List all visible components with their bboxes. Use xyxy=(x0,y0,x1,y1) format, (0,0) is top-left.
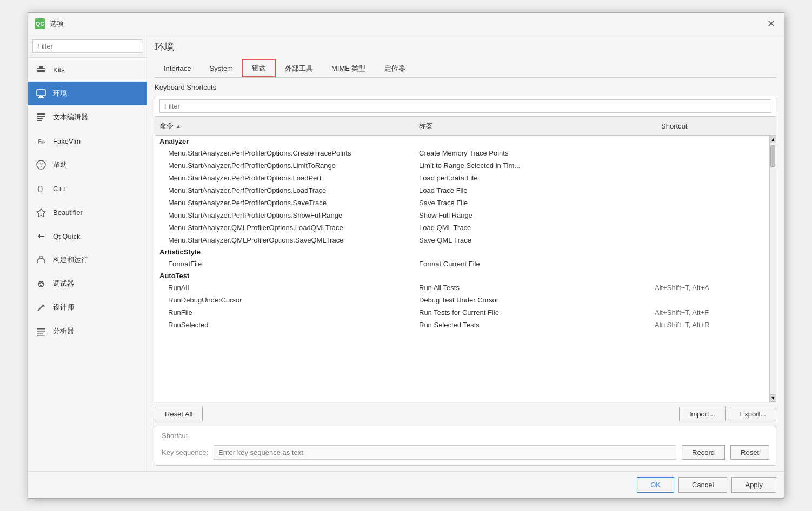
sidebar: Kits环境文本编辑器FakeFakeVim?帮助{}C++Beautifier… xyxy=(28,35,147,471)
table-row[interactable]: RunFileRun Tests for Current FileAlt+Shi… xyxy=(155,306,769,319)
cmd-cell: RunAll xyxy=(155,283,415,293)
key-sequence-label: Key sequence: xyxy=(162,448,208,456)
sidebar-item-environment[interactable]: 环境 xyxy=(28,82,147,105)
tab-keyboard[interactable]: 键盘 xyxy=(242,59,276,77)
tag-cell: Load Trace File xyxy=(415,185,650,196)
beautifier-icon xyxy=(35,206,48,219)
tab-interface[interactable]: Interface xyxy=(155,59,201,77)
table-row[interactable]: RunAllRun All TestsAlt+Shift+T, Alt+A xyxy=(155,281,769,294)
table-row[interactable]: Menu.StartAnalyzer.PerfProfilerOptions.S… xyxy=(155,209,769,221)
shortcuts-list: AnalyzerMenu.StartAnalyzer.PerfProfilerO… xyxy=(155,136,769,402)
scroll-up-button[interactable]: ▲ xyxy=(770,136,776,143)
sidebar-item-label-qt-quick: Qt Quick xyxy=(53,232,81,240)
tab-external-tools[interactable]: 外部工具 xyxy=(276,59,322,77)
analyzer-icon xyxy=(35,325,48,338)
tag-cell: Debug Test Under Cursor xyxy=(415,295,650,305)
sidebar-item-label-designer: 设计师 xyxy=(53,302,74,312)
sidebar-item-label-text-editor: 文本编辑器 xyxy=(53,112,88,122)
qt-quick-icon xyxy=(35,230,48,243)
table-row[interactable]: FormatFileFormat Current File xyxy=(155,258,769,270)
shortcut-cell xyxy=(650,227,769,229)
title-bar: QC 选项 ✕ xyxy=(28,13,784,35)
build-run-icon xyxy=(35,253,48,266)
shortcut-cell xyxy=(650,152,769,154)
col-command[interactable]: 命令 ▲ xyxy=(155,119,415,133)
import-button[interactable]: Import... xyxy=(679,407,726,421)
tag-cell: Run Selected Tests xyxy=(415,320,650,330)
sidebar-item-kits[interactable]: Kits xyxy=(28,58,147,82)
export-button[interactable]: Export... xyxy=(730,407,776,421)
cancel-button[interactable]: Cancel xyxy=(678,477,727,493)
shortcuts-scrollbar: ▲ ▼ xyxy=(769,136,776,402)
table-row[interactable]: RunSelectedRun Selected TestsAlt+Shift+T… xyxy=(155,319,769,331)
shortcuts-filter-area xyxy=(155,96,776,117)
scroll-down-button[interactable]: ▼ xyxy=(770,394,776,402)
section-label: Keyboard Shortcuts xyxy=(155,83,776,91)
svg-rect-6 xyxy=(37,113,45,115)
table-row[interactable]: Menu.StartAnalyzer.PerfProfilerOptions.L… xyxy=(155,184,769,197)
main-content: 环境 InterfaceSystem键盘外部工具MIME 类型定位器 Keybo… xyxy=(147,35,784,471)
table-row[interactable]: RunDebugUnderCursorDebug Test Under Curs… xyxy=(155,294,769,306)
close-button[interactable]: ✕ xyxy=(764,17,777,30)
svg-marker-16 xyxy=(38,234,44,238)
sidebar-item-cpp[interactable]: {}C++ xyxy=(28,177,147,200)
col-tag[interactable]: 标签 xyxy=(415,119,657,133)
shortcuts-area: 命令 ▲ 标签 Shortcut AnalyzerMenu.StartAnaly… xyxy=(155,96,776,402)
ok-button[interactable]: OK xyxy=(637,477,674,493)
shortcut-section-title: Shortcut xyxy=(162,432,769,440)
shortcuts-filter-input[interactable] xyxy=(159,99,771,113)
shortcut-cell xyxy=(650,299,769,301)
reset-shortcut-button[interactable]: Reset xyxy=(730,445,769,460)
table-row[interactable]: Menu.StartAnalyzer.PerfProfilerOptions.C… xyxy=(155,147,769,159)
record-button[interactable]: Record xyxy=(682,445,725,460)
table-row[interactable]: Menu.StartAnalyzer.PerfProfilerOptions.L… xyxy=(155,159,769,172)
sidebar-item-fakevim[interactable]: FakeFakeVim xyxy=(28,129,147,153)
group-header-artisticstyle: ArtisticStyle xyxy=(155,246,769,258)
table-row[interactable]: Menu.StartAnalyzer.QMLProfilerOptions.Lo… xyxy=(155,221,769,234)
tab-system[interactable]: System xyxy=(201,59,242,77)
svg-rect-4 xyxy=(39,96,43,97)
svg-text:?: ? xyxy=(40,161,43,169)
sidebar-item-qt-quick[interactable]: Qt Quick xyxy=(28,224,147,248)
key-sequence-input[interactable] xyxy=(214,445,676,460)
table-row[interactable]: Menu.StartAnalyzer.PerfProfilerOptions.S… xyxy=(155,197,769,209)
tab-locator[interactable]: 定位器 xyxy=(375,59,415,77)
shortcuts-list-wrapper: AnalyzerMenu.StartAnalyzer.PerfProfilerO… xyxy=(155,136,776,402)
tab-mime[interactable]: MIME 类型 xyxy=(322,59,375,77)
tag-cell: Run Tests for Current File xyxy=(415,307,650,318)
sidebar-item-help[interactable]: ?帮助 xyxy=(28,153,147,177)
sidebar-item-text-editor[interactable]: 文本编辑器 xyxy=(28,105,147,129)
table-row[interactable]: Menu.StartAnalyzer.PerfProfilerOptions.L… xyxy=(155,172,769,184)
scroll-thumb[interactable] xyxy=(770,145,775,167)
group-header-analyzer: Analyzer xyxy=(155,136,769,147)
svg-marker-15 xyxy=(37,209,45,217)
sidebar-item-label-environment: 环境 xyxy=(53,89,67,98)
key-sequence-row: Key sequence: Record Reset xyxy=(162,445,769,460)
sidebar-item-beautifier[interactable]: Beautifier xyxy=(28,200,147,224)
group-header-autotest: AutoTest xyxy=(155,270,769,281)
cmd-cell: Menu.StartAnalyzer.PerfProfilerOptions.L… xyxy=(155,185,415,196)
shortcut-cell xyxy=(650,202,769,204)
import-export-group: Import... Export... xyxy=(679,407,776,421)
sidebar-scroll: Kits环境文本编辑器FakeFakeVim?帮助{}C++Beautifier… xyxy=(28,58,147,471)
apply-button[interactable]: Apply xyxy=(731,477,776,493)
shortcut-cell: Alt+Shift+T, Alt+A xyxy=(650,283,769,293)
sidebar-item-build-run[interactable]: 构建和运行 xyxy=(28,248,147,272)
scroll-track xyxy=(770,143,776,394)
svg-rect-1 xyxy=(37,70,45,72)
shortcut-cell xyxy=(650,214,769,217)
svg-rect-7 xyxy=(37,116,45,117)
table-row[interactable]: Menu.StartAnalyzer.QMLProfilerOptions.Sa… xyxy=(155,234,769,246)
sidebar-item-debugger[interactable]: 调试器 xyxy=(28,272,147,295)
sidebar-filter-input[interactable] xyxy=(32,39,142,53)
svg-point-19 xyxy=(42,283,43,284)
sidebar-item-analyzer[interactable]: 分析器 xyxy=(28,319,147,343)
svg-text:ake: ake xyxy=(41,140,46,145)
shortcut-cell xyxy=(650,190,769,192)
shortcut-cell xyxy=(650,165,769,167)
reset-all-button[interactable]: Reset All xyxy=(155,407,203,421)
cmd-cell: Menu.StartAnalyzer.PerfProfilerOptions.S… xyxy=(155,210,415,220)
text-editor-icon xyxy=(35,111,48,124)
sidebar-item-designer[interactable]: 设计师 xyxy=(28,295,147,319)
sidebar-item-label-beautifier: Beautifier xyxy=(53,209,83,217)
